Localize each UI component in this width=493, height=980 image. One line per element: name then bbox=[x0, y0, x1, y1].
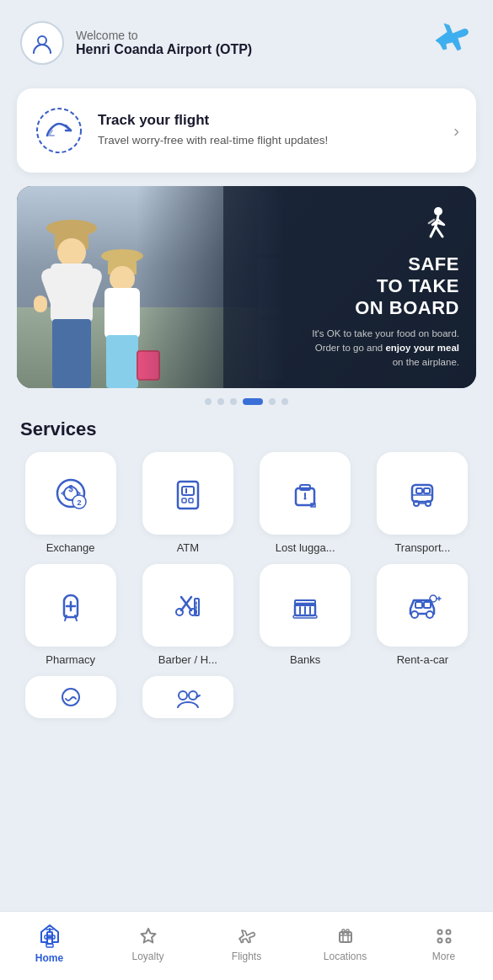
header-text: Welcome to Henri Coanda Airport (OTP) bbox=[76, 29, 252, 57]
barber-label: Barber / H... bbox=[158, 653, 217, 666]
svg-rect-49 bbox=[47, 932, 52, 944]
dot-1[interactable] bbox=[205, 398, 212, 405]
nav-flights-label: Flights bbox=[232, 951, 261, 962]
welcome-text: Welcome to bbox=[76, 29, 252, 42]
service-pharmacy[interactable]: Pharmacy bbox=[17, 564, 124, 666]
track-title: Track your flight bbox=[98, 112, 440, 129]
svg-rect-17 bbox=[416, 488, 422, 493]
nav-more-label: More bbox=[432, 951, 455, 962]
airport-name: Henri Coanda Airport (OTP) bbox=[76, 42, 252, 57]
svg-point-45 bbox=[179, 691, 187, 700]
svg-point-41 bbox=[430, 595, 437, 602]
svg-point-40 bbox=[426, 611, 433, 618]
header-left: Welcome to Henri Coanda Airport (OTP) bbox=[20, 21, 252, 65]
banks-label: Banks bbox=[290, 653, 320, 666]
pharmacy-icon-box bbox=[25, 564, 116, 647]
nav-home[interactable]: Home bbox=[0, 912, 99, 980]
banner-title: SAFETO TAKEON BOARD bbox=[355, 253, 459, 320]
services-title: Services bbox=[0, 412, 493, 452]
banner-subtitle: It's OK to take your food on board. Orde… bbox=[312, 327, 459, 370]
svg-point-39 bbox=[411, 611, 418, 618]
service-exchange[interactable]: $ 2 Exchange bbox=[17, 452, 124, 554]
atm-icon-box bbox=[142, 452, 233, 535]
promotional-banner[interactable]: SAFETO TAKEON BOARD It's OK to take your… bbox=[17, 186, 476, 388]
svg-point-61 bbox=[446, 929, 450, 934]
service-atm[interactable]: ATM bbox=[134, 452, 241, 554]
exchange-label: Exchange bbox=[46, 541, 95, 554]
nav-more[interactable]: More bbox=[394, 912, 493, 980]
svg-point-0 bbox=[38, 36, 46, 45]
service-partial-1[interactable] bbox=[17, 676, 124, 718]
partial-icon-box-2 bbox=[142, 676, 233, 718]
service-lost-luggage[interactable]: Lost lugga... bbox=[252, 452, 359, 554]
nav-home-label: Home bbox=[35, 952, 63, 964]
svg-text:2: 2 bbox=[77, 498, 81, 507]
svg-point-25 bbox=[176, 609, 183, 615]
svg-point-44 bbox=[62, 689, 79, 706]
svg-point-63 bbox=[446, 938, 450, 942]
partial-icon-box-1 bbox=[25, 676, 116, 718]
header: Welcome to Henri Coanda Airport (OTP) bbox=[0, 0, 493, 82]
service-barber[interactable]: Barber / H... bbox=[134, 564, 241, 666]
track-arrow-icon: › bbox=[453, 121, 459, 141]
svg-rect-9 bbox=[182, 487, 194, 495]
service-partial-2[interactable] bbox=[134, 676, 241, 718]
svg-rect-38 bbox=[424, 602, 431, 608]
svg-point-2 bbox=[434, 207, 442, 216]
svg-rect-11 bbox=[189, 498, 193, 503]
exchange-icon-box: $ 2 bbox=[25, 452, 116, 535]
services-grid-row2: Pharmacy Barber / H... bbox=[0, 564, 493, 666]
dot-2[interactable] bbox=[217, 398, 224, 405]
atm-label: ATM bbox=[177, 541, 199, 554]
barber-icon-box bbox=[142, 564, 233, 647]
banks-icon-box bbox=[260, 564, 351, 647]
pharmacy-label: Pharmacy bbox=[46, 653, 95, 666]
dot-6[interactable] bbox=[281, 398, 288, 405]
services-partial-row bbox=[0, 666, 493, 718]
nav-locations-label: Locations bbox=[324, 951, 367, 962]
nav-loyalty[interactable]: Loyalty bbox=[99, 912, 197, 980]
svg-rect-10 bbox=[182, 498, 186, 503]
rentacar-label: Rent-a-car bbox=[397, 653, 448, 666]
transport-icon-box bbox=[377, 452, 468, 535]
service-partial-4-empty bbox=[369, 676, 476, 718]
track-icon bbox=[34, 105, 84, 156]
avatar[interactable] bbox=[20, 21, 64, 65]
svg-text:$: $ bbox=[68, 484, 73, 493]
services-grid: $ 2 Exchange ATM bbox=[0, 452, 493, 554]
track-text: Track your flight Travel worry-free with… bbox=[98, 112, 440, 149]
dot-4-active[interactable] bbox=[243, 398, 263, 405]
svg-rect-36 bbox=[293, 615, 317, 618]
dot-3[interactable] bbox=[230, 398, 237, 405]
service-rentacar[interactable]: Rent-a-car bbox=[369, 564, 476, 666]
transport-label: Transport... bbox=[394, 541, 450, 554]
track-description: Travel worry-free with real-time flight … bbox=[98, 132, 440, 149]
nav-loyalty-label: Loyalty bbox=[131, 951, 163, 962]
banner-overlay: SAFETO TAKEON BOARD It's OK to take your… bbox=[223, 186, 476, 388]
carousel-dots bbox=[0, 398, 493, 405]
svg-point-15 bbox=[304, 498, 307, 500]
svg-point-21 bbox=[426, 501, 431, 506]
service-transport[interactable]: Transport... bbox=[369, 452, 476, 554]
lost-luggage-label: Lost lugga... bbox=[276, 541, 335, 554]
svg-rect-54 bbox=[340, 932, 351, 942]
svg-point-60 bbox=[437, 929, 442, 934]
nav-flights[interactable]: Flights bbox=[197, 912, 296, 980]
svg-point-1 bbox=[37, 109, 81, 152]
svg-point-20 bbox=[414, 501, 419, 506]
rentacar-icon-box bbox=[377, 564, 468, 647]
plane-icon bbox=[429, 17, 473, 68]
track-flight-card[interactable]: Track your flight Travel worry-free with… bbox=[17, 88, 476, 173]
bottom-nav: Home Loyalty Flights Locations bbox=[0, 911, 493, 980]
svg-rect-18 bbox=[424, 488, 430, 493]
service-banks[interactable]: Banks bbox=[252, 564, 359, 666]
svg-rect-37 bbox=[415, 602, 422, 608]
nav-locations[interactable]: Locations bbox=[296, 912, 394, 980]
svg-rect-50 bbox=[45, 935, 55, 939]
service-partial-3-empty bbox=[252, 676, 359, 718]
svg-rect-53 bbox=[46, 944, 53, 947]
svg-point-62 bbox=[437, 938, 442, 942]
walk-icon bbox=[417, 205, 459, 247]
dot-5[interactable] bbox=[269, 398, 276, 405]
lost-luggage-icon-box bbox=[260, 452, 351, 535]
